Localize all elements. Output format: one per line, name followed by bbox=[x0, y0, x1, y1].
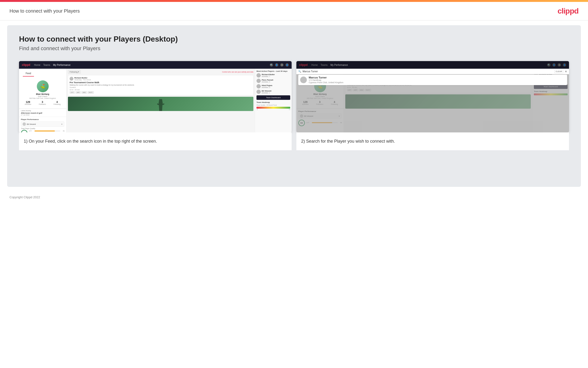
settings-icon-2[interactable]: ⚙ bbox=[558, 63, 561, 66]
heatmap-markers: -5 +5 bbox=[256, 109, 290, 110]
tag-putt: PUTT bbox=[88, 91, 94, 94]
feed-header: Following ▾ Control who can see your act… bbox=[68, 70, 253, 74]
panel-2: clippd Home Teams My Performance 🔍 👤 ⚙ 👤 bbox=[296, 61, 569, 150]
search-magnifier-icon: 🔍 bbox=[298, 70, 301, 73]
profile-icon-2[interactable]: 👤 bbox=[552, 63, 556, 66]
stat-followers: 3 Followers bbox=[39, 101, 46, 105]
search-input-display[interactable]: Marcus Turner bbox=[303, 70, 553, 73]
player-select-dropdown[interactable]: Eli Vincent ▼ bbox=[21, 121, 64, 127]
clippd-logo: clippd bbox=[558, 7, 579, 15]
activity-duration-value: 02 hr : 00 min bbox=[70, 89, 252, 91]
team-heatmap-section: Team Heatmap Player Quality · 20 Round T… bbox=[256, 101, 290, 110]
player-list-name-2: Piers Parnell bbox=[262, 79, 273, 81]
search-result-item[interactable]: Marcus Turner 1.5 Handicap Cypress Point… bbox=[298, 75, 567, 85]
feed-tab[interactable]: Feed bbox=[23, 71, 34, 77]
app-logo-2: clippd bbox=[299, 63, 307, 66]
app-right-panel: Most Active Players - Last 30 days Richa… bbox=[255, 69, 292, 132]
player-list-item-4: Eli Vincent Activities: 1 bbox=[256, 90, 290, 94]
player-performance-title: Player Performance bbox=[21, 118, 64, 120]
activity-user-subtitle: Yesterday · The Grove bbox=[74, 79, 91, 81]
player-list-avatar-1 bbox=[256, 73, 261, 77]
app-body: Feed ⛳ Blair McHarg Golf Coach Mill Ride… bbox=[19, 69, 292, 132]
search-bar: 🔍 Marcus Turner CLEAR ✕ bbox=[296, 69, 569, 74]
clear-button[interactable]: CLEAR bbox=[554, 70, 563, 73]
settings-icon[interactable]: ⚙ bbox=[280, 63, 284, 66]
heatmap-bar bbox=[256, 107, 290, 109]
following-dropdown[interactable]: Following ▾ bbox=[68, 70, 81, 74]
nav-teams[interactable]: Teams bbox=[43, 64, 50, 66]
dropdown-chevron-icon: ▼ bbox=[61, 123, 63, 125]
nav-my-performance[interactable]: My Performance bbox=[53, 64, 70, 66]
nav-home[interactable]: Home bbox=[34, 64, 40, 66]
nav-home-2[interactable]: Home bbox=[311, 64, 318, 66]
player-list-info-2: Piers Parnell Activities: 4 bbox=[262, 79, 273, 83]
player-list-info-4: Eli Vincent Activities: 1 bbox=[262, 90, 272, 94]
player-performance-section: Player Performance Eli Vincent ▼ Total P… bbox=[19, 117, 66, 132]
nav-icons: 🔍 👤 ⚙ 👤 bbox=[270, 63, 289, 66]
screenshot-2: clippd Home Teams My Performance 🔍 👤 ⚙ 👤 bbox=[296, 61, 569, 132]
activity-user-avatar bbox=[70, 77, 73, 81]
latest-activity-label: Latest Activity bbox=[21, 110, 64, 111]
profile-role: Golf Coach bbox=[21, 95, 64, 97]
page-footer: Copyright Clippd 2022 bbox=[0, 192, 588, 203]
activity-description: Walking the course with my coach to buil… bbox=[70, 84, 252, 86]
close-search-icon[interactable]: ✕ bbox=[565, 70, 567, 73]
app-mockup-1: clippd Home Teams My Performance 🔍 👤 ⚙ 👤 bbox=[19, 61, 292, 132]
player-list-item-1: Richard Butler Activities: 7 bbox=[256, 73, 290, 77]
app-mockup-2: clippd Home Teams My Performance 🔍 👤 ⚙ 👤 bbox=[296, 61, 569, 132]
nav-my-performance-2[interactable]: My Performance bbox=[330, 64, 348, 66]
player-list-info-3: Hiral Pujara Activities: 3 bbox=[262, 84, 272, 88]
profile-stats: 129 Activities 3 Followers 4 bbox=[21, 101, 64, 105]
profile-icon[interactable]: 👤 bbox=[275, 63, 278, 66]
player-list-item-2: Piers Parnell Activities: 4 bbox=[256, 79, 290, 83]
activity-duration: Duration bbox=[70, 87, 252, 88]
search-result-avatar bbox=[300, 77, 307, 83]
user-avatar-icon[interactable]: 👤 bbox=[285, 63, 289, 66]
activity-user-name: Richard Butler bbox=[74, 77, 91, 79]
activity-user: Richard Butler Yesterday · The Grove bbox=[70, 77, 252, 81]
active-players-title: Most Active Players - Last 30 days bbox=[256, 70, 290, 72]
caption-text-1: 1) On your Feed, click on the search ico… bbox=[24, 138, 287, 145]
app-nav-items-2: Home Teams My Performance bbox=[311, 64, 543, 66]
search-result-club: Cypress Point Club, United Kingdom bbox=[309, 81, 343, 84]
copyright-text: Copyright Clippd 2022 bbox=[9, 195, 40, 199]
top-gradient-bar bbox=[0, 0, 588, 2]
search-icon-2[interactable]: 🔍 bbox=[547, 63, 551, 66]
score-bars: OTT 79 APP 70 bbox=[29, 130, 64, 132]
hero-title: How to connect with your Players (Deskto… bbox=[19, 35, 569, 44]
main-content-area: How to connect with your Players (Deskto… bbox=[7, 25, 581, 187]
profile-club: Mill Ride Golf Club, United Kingdom bbox=[21, 97, 64, 99]
player-list-avatar-3 bbox=[256, 84, 261, 88]
tag-arg: ARG bbox=[81, 91, 87, 94]
player-list-avatar-2 bbox=[256, 79, 261, 83]
search-overlay: 🔍 Marcus Turner CLEAR ✕ Marcus Turner 1.… bbox=[296, 69, 569, 86]
score-circle: 84 bbox=[21, 130, 27, 132]
nav-teams-2[interactable]: Teams bbox=[321, 64, 327, 66]
activity-user-info: Richard Butler Yesterday · The Grove bbox=[74, 77, 91, 81]
tag-app: APP bbox=[76, 91, 81, 94]
screenshot-1: clippd Home Teams My Performance 🔍 👤 ⚙ 👤 bbox=[19, 61, 292, 132]
page-header: How to connect with your Players clippd bbox=[0, 2, 588, 20]
control-activity-link[interactable]: Control who can see your activity and da… bbox=[222, 71, 253, 73]
app-sidebar: Feed ⛳ Blair McHarg Golf Coach Mill Ride… bbox=[19, 69, 67, 132]
activity-card: Richard Butler Yesterday · The Grove Pre… bbox=[68, 75, 253, 95]
caption-2: 2) Search for the Player you wish to con… bbox=[296, 132, 569, 150]
heatmap-subtitle: Player Quality · 20 Round Trend bbox=[256, 104, 290, 106]
app-navbar-2: clippd Home Teams My Performance 🔍 👤 ⚙ 👤 bbox=[296, 61, 569, 69]
team-dashboard-button[interactable]: Team Dashboard bbox=[256, 95, 290, 100]
hero-subtitle: Find and connect with your Players bbox=[19, 46, 569, 52]
app-nav-items: Home Teams My Performance bbox=[34, 64, 266, 66]
tag-ott: OTT bbox=[70, 91, 75, 94]
app-navbar: clippd Home Teams My Performance 🔍 👤 ⚙ 👤 bbox=[19, 61, 292, 69]
app-center-feed: Following ▾ Control who can see your act… bbox=[67, 69, 255, 132]
search-result-info: Marcus Turner 1.5 Handicap Cypress Point… bbox=[309, 76, 343, 84]
stat-following: 4 Following bbox=[53, 101, 61, 105]
nav-icons-2: 🔍 👤 ⚙ 👤 bbox=[547, 63, 566, 66]
screenshot-panels: clippd Home Teams My Performance 🔍 👤 ⚙ 👤 bbox=[19, 61, 569, 150]
bar-ott: OTT 79 bbox=[29, 130, 64, 132]
search-icon[interactable]: 🔍 bbox=[270, 63, 273, 66]
player-list-activities-4: Activities: 1 bbox=[262, 92, 272, 94]
search-result-handicap: 1.5 Handicap bbox=[309, 79, 343, 81]
player-list-activities-1: Activities: 7 bbox=[262, 76, 275, 77]
user-avatar-icon-2[interactable]: 👤 bbox=[563, 63, 566, 66]
